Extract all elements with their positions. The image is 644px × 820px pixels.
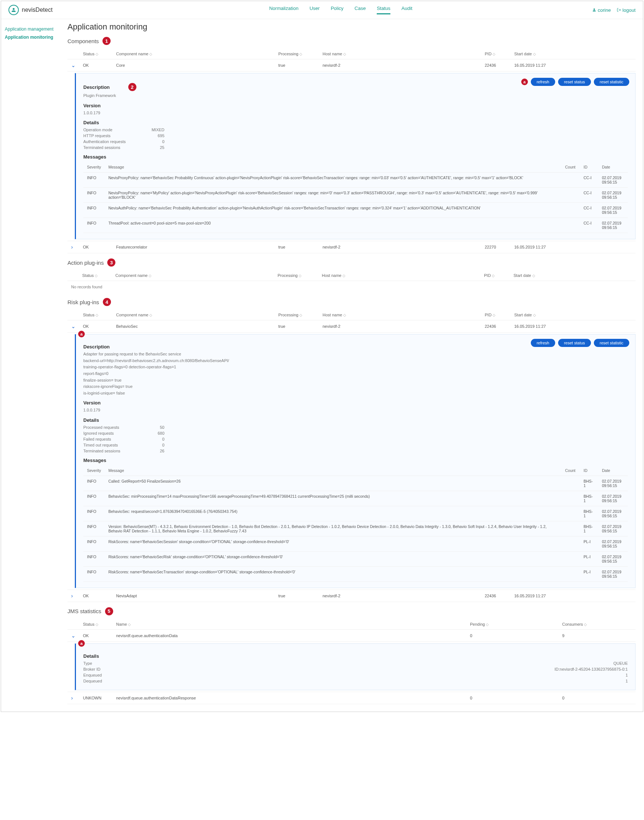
detail-key: Processed requests xyxy=(83,425,142,430)
col-consumers[interactable]: Consumers◇ xyxy=(558,619,636,630)
col-status[interactable]: Status◇ xyxy=(79,310,112,320)
chevron-right-icon[interactable]: › xyxy=(71,244,73,250)
message-dt: 02.07.2019 09:56:15 xyxy=(598,521,628,536)
col-pending[interactable]: Pending◇ xyxy=(466,619,558,630)
message-msg: RiskScores: name='BehavioSecRisk' storag… xyxy=(105,551,561,566)
col-start[interactable]: Start date◇ xyxy=(511,310,636,320)
nav-user[interactable]: User xyxy=(310,6,320,14)
badge-1: 1 xyxy=(103,37,110,45)
col-component-name[interactable]: Component name◇ xyxy=(112,49,274,59)
col-host[interactable]: Host name◇ xyxy=(318,270,480,281)
detail-row: Ignored requests680 xyxy=(83,430,628,436)
no-records-message: No records found xyxy=(67,281,636,293)
chevron-down-icon[interactable]: ⌄ xyxy=(71,633,75,639)
message-cnt xyxy=(561,506,580,521)
nav-audit[interactable]: Audit xyxy=(402,6,412,14)
message-id: CC-I xyxy=(580,188,598,203)
detail-value: 1 xyxy=(142,679,628,683)
chevron-down-icon[interactable]: ⌄ xyxy=(71,323,75,329)
col-status[interactable]: Status◇ xyxy=(79,49,112,59)
message-cnt xyxy=(561,476,580,491)
nav-case[interactable]: Case xyxy=(355,6,366,14)
message-msg: NevisAuthPolicy: name='BehavioSec Probab… xyxy=(105,203,561,218)
message-id: PL-I xyxy=(580,536,598,551)
detail-row: Timed out requests0 xyxy=(83,442,628,448)
reset-statistic-button[interactable]: reset statistic xyxy=(594,78,629,86)
nav-status[interactable]: Status xyxy=(377,6,390,14)
version-text: 1.0.0.179 xyxy=(83,407,628,414)
col-pid[interactable]: PID◇ xyxy=(481,49,511,59)
col-pid[interactable]: PID◇ xyxy=(480,270,510,281)
refresh-button[interactable]: refresh xyxy=(531,339,555,347)
col-status[interactable]: Status◇ xyxy=(79,619,112,630)
col-processing[interactable]: Processing◇ xyxy=(274,270,318,281)
col-id: ID xyxy=(580,162,598,172)
chevron-down-icon[interactable]: ⌄ xyxy=(71,62,75,68)
chevron-right-icon[interactable]: › xyxy=(71,695,73,701)
reset-status-button[interactable]: reset status xyxy=(558,78,591,86)
message-cnt xyxy=(561,521,580,536)
chevron-right-icon[interactable]: › xyxy=(71,593,73,599)
col-start[interactable]: Start date◇ xyxy=(511,49,636,59)
reset-statistic-button[interactable]: reset statistic xyxy=(594,339,629,347)
col-name[interactable]: Name◇ xyxy=(112,619,466,630)
detail-key: Terminated sessions xyxy=(83,145,142,150)
table-row[interactable]: ⌄ OK Core true nevisrdf-2 22436 16.05.20… xyxy=(67,59,636,72)
cell-host: nevisrdf-2 xyxy=(319,590,481,602)
reset-status-button[interactable]: reset status xyxy=(558,339,591,347)
jms-detail-panel: a Details TypeQUEUEBroker IDID:nevisrdf-… xyxy=(75,643,636,690)
detail-row: Operation modeMIXED xyxy=(83,127,628,133)
message-row: INFONevisProxyPolicy: name='BehavioSec P… xyxy=(83,172,628,188)
col-component-name[interactable]: Component name◇ xyxy=(112,270,274,281)
nav-normalization[interactable]: Normalization xyxy=(269,6,298,14)
messages-table: Severity Message Count ID Date INFONevis… xyxy=(83,162,628,233)
col-host[interactable]: Host name◇ xyxy=(319,310,481,320)
message-sev: INFO xyxy=(83,476,105,491)
refresh-button[interactable]: refresh xyxy=(531,78,555,86)
cell-pid: 22270 xyxy=(481,241,511,253)
table-row[interactable]: › UNKOWN nevisrdf.queue.authenticationDa… xyxy=(67,692,636,704)
logout-button[interactable]: logout xyxy=(617,8,636,13)
message-dt: 02.07.2019 09:56:15 xyxy=(598,203,628,218)
table-row[interactable]: › OK NevisAdapt true nevisrdf-2 22436 16… xyxy=(67,590,636,602)
message-id: CC-I xyxy=(580,203,598,218)
current-user[interactable]: corine xyxy=(592,8,611,13)
detail-row: Terminated sessions25 xyxy=(83,144,628,150)
message-sev: INFO xyxy=(83,203,105,218)
col-pid[interactable]: PID◇ xyxy=(481,310,511,320)
cell-start: 16.05.2019 11:27 xyxy=(511,590,636,602)
table-row[interactable]: › OK Featurecorrelator true nevisrdf-2 2… xyxy=(67,241,636,253)
message-msg: BehavioSec: request/second=1.87636394704… xyxy=(105,506,561,521)
col-processing[interactable]: Processing◇ xyxy=(274,310,319,320)
nav-policy[interactable]: Policy xyxy=(331,6,343,14)
details-heading: Details xyxy=(83,418,628,423)
jms-table: Status◇ Name◇ Pending◇ Consumers◇ ⌄ OK n… xyxy=(67,619,636,704)
cell-processing: true xyxy=(274,590,319,602)
current-user-name: corine xyxy=(598,8,611,13)
col-processing[interactable]: Processing◇ xyxy=(274,49,319,59)
message-dt: 02.07.2019 09:56:15 xyxy=(598,172,628,188)
col-host[interactable]: Host name◇ xyxy=(319,49,481,59)
detail-value: ID:nevisrdf-2-45204-1336237956875-0:1 xyxy=(142,667,628,671)
cell-pending: 0 xyxy=(466,692,558,704)
logout-label: logout xyxy=(623,8,636,13)
detail-key: Timed out requests xyxy=(83,443,142,447)
sidebar-item-app-management[interactable]: Application management xyxy=(5,25,64,33)
detail-value: QUEUE xyxy=(142,661,628,665)
cell-status: UNKOWN xyxy=(79,692,112,704)
message-row: INFOBehavioSec: minProcessingTime=14 max… xyxy=(83,491,628,506)
message-sev: INFO xyxy=(83,536,105,551)
cell-status: OK xyxy=(79,241,112,253)
sidebar-item-app-monitoring[interactable]: Application monitoring xyxy=(5,33,64,41)
col-component-name[interactable]: Component name◇ xyxy=(112,310,274,320)
message-cnt xyxy=(561,551,580,566)
sidebar: Application management Application monit… xyxy=(1,19,67,712)
cell-name: nevisrdf.queue.authenticationDataRespons… xyxy=(112,692,466,704)
table-row[interactable]: ⌄ OK BehavioSec true nevisrdf-2 22436 16… xyxy=(67,320,636,333)
col-start[interactable]: Start date◇ xyxy=(510,270,636,281)
version-heading: Version xyxy=(83,400,628,405)
table-row[interactable]: ⌄ OK nevisrdf.queue.authenticationData 0… xyxy=(67,630,636,642)
col-status[interactable]: Status◇ xyxy=(78,270,112,281)
cell-pid: 22436 xyxy=(481,59,511,72)
detail-value: 50 xyxy=(142,425,164,430)
